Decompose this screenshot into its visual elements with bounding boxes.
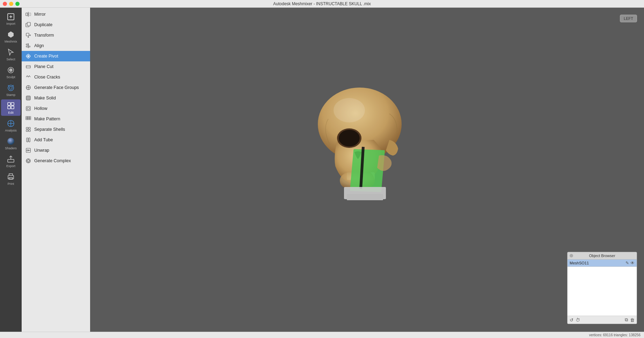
shaders-icon bbox=[6, 136, 16, 146]
object-browser-content bbox=[568, 267, 637, 316]
tool-shaders[interactable]: Shaders bbox=[1, 135, 21, 151]
make-pattern-label: Make Pattern bbox=[34, 117, 60, 121]
import-icon bbox=[6, 12, 16, 22]
transform-label: Transform bbox=[34, 33, 54, 38]
export-label: Export bbox=[6, 164, 15, 168]
svg-rect-47 bbox=[26, 96, 30, 100]
sculpt-label: Sculpt bbox=[6, 75, 15, 79]
edit-name-icon[interactable]: ✎ bbox=[625, 261, 629, 265]
tool-stamp[interactable]: Stamp bbox=[1, 82, 21, 98]
shaders-label: Shaders bbox=[5, 147, 17, 150]
generate-complex-icon bbox=[25, 158, 31, 164]
menu-item-generate-complex[interactable]: Generate Complex bbox=[22, 156, 90, 166]
svg-rect-27 bbox=[27, 22, 30, 26]
svg-point-72 bbox=[339, 130, 360, 147]
window-title: Autodesk Meshmixer - INSTRUCTABLE SKULL … bbox=[273, 1, 371, 6]
select-label: Select bbox=[6, 58, 15, 61]
svg-rect-57 bbox=[29, 127, 30, 129]
face-groups-label: Generate Face Groups bbox=[34, 85, 79, 90]
skull-3d-model bbox=[295, 79, 421, 197]
make-solid-icon bbox=[25, 95, 31, 101]
object-browser-close[interactable] bbox=[570, 254, 573, 257]
menu-item-add-tube[interactable]: Add Tube bbox=[22, 135, 90, 145]
menu-item-plane-cut[interactable]: Plane Cut bbox=[22, 61, 90, 72]
generate-complex-label: Generate Complex bbox=[34, 158, 71, 163]
svg-rect-19 bbox=[8, 159, 14, 162]
close-cracks-label: Close Cracks bbox=[34, 75, 60, 80]
align-label: Align bbox=[34, 43, 44, 48]
edit-icon bbox=[6, 101, 16, 111]
left-view-button[interactable]: LEFT bbox=[620, 15, 637, 22]
left-toolbar: Import Meshmix Select Sculpt bbox=[0, 8, 22, 338]
tool-analysis[interactable]: Analysis bbox=[1, 117, 21, 134]
menu-item-mirror[interactable]: Mirror bbox=[22, 9, 90, 20]
sculpt-icon bbox=[6, 65, 16, 75]
menu-item-generate-face-groups[interactable]: Generate Face Groups bbox=[22, 82, 90, 93]
menu-item-make-pattern[interactable]: Make Pattern bbox=[22, 114, 90, 124]
object-row-actions: ✎ 👁 bbox=[625, 261, 635, 265]
stamp-label: Stamp bbox=[6, 93, 15, 97]
unwrap-label: Unwrap bbox=[34, 148, 49, 153]
menu-item-create-pivot[interactable]: Create Pivot bbox=[22, 51, 90, 61]
history-icon[interactable]: ⏱ bbox=[576, 317, 580, 323]
svg-rect-55 bbox=[29, 118, 31, 120]
add-tube-label: Add Tube bbox=[34, 137, 53, 142]
meshmix-label: Meshmix bbox=[5, 40, 17, 43]
edit-label: Edit bbox=[8, 111, 14, 114]
status-text: vertices: 69116 triangles: 138256 bbox=[589, 333, 641, 337]
face-groups-icon bbox=[25, 84, 31, 91]
menu-item-make-solid[interactable]: Make Solid bbox=[22, 93, 90, 103]
tool-print[interactable]: Print bbox=[1, 171, 21, 187]
tool-edit[interactable]: Edit bbox=[1, 99, 21, 116]
tool-meshmix[interactable]: Meshmix bbox=[1, 28, 21, 45]
add-tube-icon bbox=[25, 137, 31, 143]
svg-rect-54 bbox=[28, 118, 29, 120]
duplicate-object-icon[interactable]: ⧉ bbox=[625, 317, 628, 323]
viewport[interactable]: LEFT bbox=[90, 8, 644, 332]
menu-item-separate-shells[interactable]: Separate Shells bbox=[22, 124, 90, 135]
tool-select[interactable]: Select bbox=[1, 46, 21, 62]
svg-point-41 bbox=[28, 55, 29, 57]
tool-export[interactable]: Export bbox=[1, 153, 21, 169]
svg-marker-3 bbox=[8, 31, 14, 38]
make-pattern-icon bbox=[25, 116, 31, 122]
export-icon bbox=[6, 154, 16, 164]
menu-item-hollow[interactable]: Hollow bbox=[22, 103, 90, 114]
visibility-icon[interactable]: 👁 bbox=[630, 261, 635, 265]
plane-cut-icon bbox=[25, 63, 31, 70]
svg-rect-58 bbox=[26, 130, 28, 132]
svg-rect-61 bbox=[29, 138, 30, 142]
maximize-button[interactable] bbox=[15, 2, 20, 6]
edit-menu-panel: Mirror Duplicate Transform bbox=[22, 8, 90, 338]
svg-rect-50 bbox=[26, 117, 27, 118]
minimize-button[interactable] bbox=[9, 2, 13, 6]
menu-item-duplicate[interactable]: Duplicate bbox=[22, 20, 90, 30]
menu-item-transform[interactable]: Transform bbox=[22, 30, 90, 40]
menu-item-unwrap[interactable]: Unwrap bbox=[22, 145, 90, 156]
menu-item-align[interactable]: Align bbox=[22, 40, 90, 51]
duplicate-icon bbox=[25, 22, 31, 28]
make-solid-label: Make Solid bbox=[34, 96, 56, 100]
svg-point-8 bbox=[9, 87, 12, 89]
import-label: Import bbox=[6, 22, 15, 25]
hollow-label: Hollow bbox=[34, 106, 47, 111]
svg-rect-49 bbox=[27, 107, 29, 110]
delete-object-icon[interactable]: 🗑 bbox=[630, 317, 635, 323]
svg-rect-59 bbox=[29, 130, 30, 132]
refresh-icon[interactable]: ↺ bbox=[570, 317, 573, 323]
close-button[interactable] bbox=[3, 2, 7, 6]
menu-item-close-cracks[interactable]: Close Cracks bbox=[22, 72, 90, 82]
titlebar: Autodesk Meshmixer - INSTRUCTABLE SKULL … bbox=[0, 0, 644, 8]
object-row-meshso11[interactable]: MeshSO11 ✎ 👁 bbox=[568, 260, 637, 267]
statusbar: vertices: 69116 triangles: 138256 bbox=[0, 332, 644, 338]
analysis-icon bbox=[6, 119, 16, 128]
tool-import[interactable]: Import bbox=[1, 10, 21, 27]
close-cracks-icon bbox=[25, 74, 31, 80]
align-icon bbox=[25, 43, 31, 49]
svg-rect-25 bbox=[29, 13, 31, 16]
svg-rect-52 bbox=[29, 117, 31, 118]
object-browser-title: Object Browser bbox=[568, 252, 637, 260]
svg-rect-60 bbox=[27, 138, 28, 142]
tool-sculpt[interactable]: Sculpt bbox=[1, 64, 21, 80]
unwrap-icon bbox=[25, 147, 31, 153]
